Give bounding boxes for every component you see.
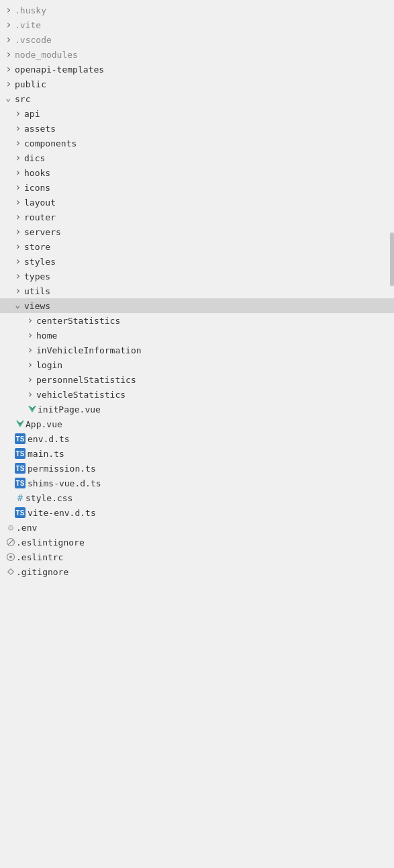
file-label: dics (24, 153, 45, 163)
tree-item-dics[interactable]: dics (0, 150, 394, 165)
file-label: layout (24, 198, 56, 208)
tree-item-eslintrc[interactable]: .eslintrc (0, 550, 394, 564)
chevron-right-icon (27, 316, 36, 325)
tree-item-initpage-vue[interactable]: initPage.vue (0, 402, 394, 417)
file-label: env.d.ts (28, 434, 70, 444)
ts-icon: TS (15, 507, 26, 518)
tree-item-app-vue[interactable]: App.vue (0, 417, 394, 431)
circle-slash-icon (5, 537, 16, 548)
file-label: styles (24, 257, 56, 267)
chevron-right-icon (27, 360, 36, 370)
tree-item-vite-env-dts[interactable]: TS vite-env.d.ts (0, 505, 394, 520)
tree-item-servers[interactable]: servers (0, 224, 394, 239)
chevron-right-icon (27, 331, 36, 340)
tree-item-center-statistics[interactable]: centerStatistics (0, 313, 394, 328)
tree-item-components[interactable]: components (0, 136, 394, 150)
ts-icon: TS (15, 463, 26, 474)
file-label: servers (24, 227, 61, 237)
chevron-right-icon (15, 198, 24, 207)
tree-item-api[interactable]: api (0, 106, 394, 121)
file-label: node_modules (15, 50, 78, 60)
chevron-right-icon (15, 124, 24, 133)
file-label: App.vue (26, 419, 62, 429)
tree-item-types[interactable]: types (0, 269, 394, 284)
chevron-right-icon (15, 168, 24, 177)
tree-item-env[interactable]: ⚙ .env (0, 520, 394, 535)
vue-icon (27, 404, 38, 415)
file-label: views (24, 301, 50, 311)
tree-item-invehicle-information[interactable]: inVehicleInformation (0, 343, 394, 357)
chevron-right-icon (15, 183, 24, 192)
tree-item-gitignore[interactable]: .gitignore (0, 564, 394, 579)
file-label: public (15, 79, 46, 89)
chevron-right-icon (15, 212, 24, 222)
file-label: assets (24, 124, 56, 134)
file-label: home (36, 331, 57, 341)
file-tree: .husky .vite .vscode node_modules openap… (0, 0, 394, 582)
tree-item-vite[interactable]: .vite (0, 17, 394, 32)
tree-item-icons[interactable]: icons (0, 180, 394, 195)
tree-item-shims-vue-dts[interactable]: TS shims-vue.d.ts (0, 476, 394, 490)
ts-icon: TS (15, 433, 26, 444)
tree-item-eslintignore[interactable]: .eslintignore (0, 535, 394, 550)
ts-icon: TS (15, 478, 26, 488)
tree-item-vehicle-statistics[interactable]: vehicleStatistics (0, 387, 394, 402)
file-label: .husky (15, 5, 46, 15)
tree-item-vscode[interactable]: .vscode (0, 32, 394, 47)
tree-item-openapi-templates[interactable]: openapi-templates (0, 62, 394, 77)
file-label: initPage.vue (38, 404, 101, 415)
tree-item-permission-ts[interactable]: TS permission.ts (0, 461, 394, 476)
scrollbar-track (389, 0, 394, 582)
chevron-right-icon (15, 109, 24, 118)
file-label: permission.ts (28, 464, 96, 474)
chevron-right-icon (27, 390, 36, 399)
file-label: hooks (24, 168, 50, 178)
tree-item-personnel-statistics[interactable]: personnelStatistics (0, 372, 394, 387)
file-label: inVehicleInformation (36, 345, 142, 355)
chevron-right-icon (5, 50, 15, 59)
file-label: store (24, 242, 50, 252)
tree-item-public[interactable]: public (0, 77, 394, 91)
chevron-right-icon (15, 257, 24, 266)
tree-item-node-modules[interactable]: node_modules (0, 47, 394, 62)
chevron-down-icon (5, 94, 15, 103)
file-label: personnelStatistics (36, 375, 136, 385)
file-label: vite-env.d.ts (28, 508, 96, 518)
tree-item-views[interactable]: views (0, 298, 394, 313)
chevron-right-icon (5, 79, 15, 89)
chevron-right-icon (15, 242, 24, 251)
chevron-right-icon (27, 345, 36, 355)
tree-item-store[interactable]: store (0, 239, 394, 254)
tree-item-layout[interactable]: layout (0, 195, 394, 210)
file-label: .env (16, 523, 37, 533)
tree-item-style-css[interactable]: # style.css (0, 490, 394, 505)
file-label: api (24, 109, 40, 119)
file-label: router (24, 212, 56, 222)
tree-item-hooks[interactable]: hooks (0, 165, 394, 180)
chevron-right-icon (15, 271, 24, 281)
tree-item-main-ts[interactable]: TS main.ts (0, 446, 394, 461)
file-label: .eslintignore (16, 537, 85, 548)
tree-item-login[interactable]: login (0, 357, 394, 372)
file-label: login (36, 360, 62, 370)
svg-line-5 (8, 539, 13, 545)
scrollbar-thumb[interactable] (390, 232, 394, 286)
tree-item-src[interactable]: src (0, 91, 394, 106)
svg-rect-8 (8, 569, 13, 574)
gear-icon: ⚙ (5, 522, 16, 533)
tree-item-router[interactable]: router (0, 210, 394, 224)
tree-item-env-dts[interactable]: TS env.d.ts (0, 431, 394, 446)
ts-icon: TS (15, 448, 26, 459)
file-label: .eslintrc (16, 552, 63, 562)
chevron-right-icon (15, 138, 24, 148)
tree-item-husky[interactable]: .husky (0, 3, 394, 17)
tree-item-utils[interactable]: utils (0, 284, 394, 298)
tree-item-styles[interactable]: styles (0, 254, 394, 269)
file-label: .vite (15, 20, 41, 30)
tree-item-assets[interactable]: assets (0, 121, 394, 136)
circle-dot-icon (5, 552, 16, 562)
file-label: centerStatistics (36, 316, 120, 326)
svg-point-7 (9, 556, 12, 558)
tree-item-home[interactable]: home (0, 328, 394, 343)
file-label: vehicleStatistics (36, 390, 126, 400)
